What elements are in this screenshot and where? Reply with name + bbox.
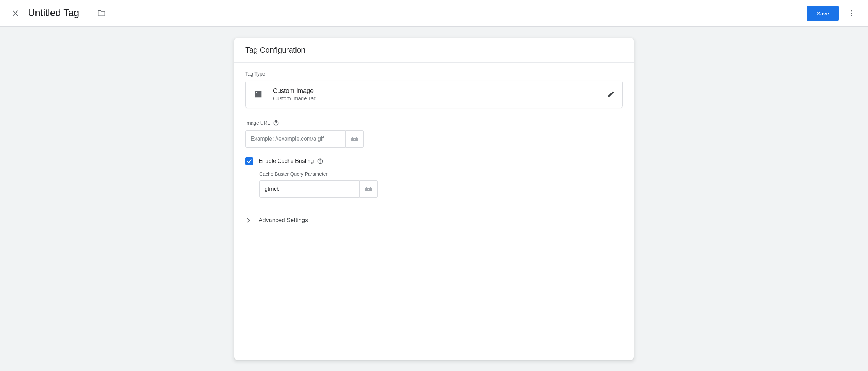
card-title: Tag Configuration bbox=[245, 46, 623, 55]
image-url-label: Image URL bbox=[245, 120, 623, 126]
svg-rect-10 bbox=[368, 189, 369, 190]
variable-brick-icon bbox=[364, 186, 373, 192]
selected-type-subtitle: Custom Image Tag bbox=[273, 95, 317, 101]
advanced-settings-label: Advanced Settings bbox=[259, 217, 308, 224]
pencil-icon bbox=[607, 90, 615, 98]
svg-rect-7 bbox=[354, 139, 355, 140]
chevron-right-icon bbox=[245, 217, 252, 223]
checkmark-icon bbox=[246, 158, 252, 164]
svg-point-4 bbox=[851, 15, 852, 16]
help-icon[interactable] bbox=[317, 158, 323, 164]
save-button[interactable]: Save bbox=[807, 6, 839, 21]
main-content: Tag Configuration Tag Type Custom Image … bbox=[0, 27, 868, 371]
svg-point-2 bbox=[851, 10, 852, 12]
enable-cache-busting-checkbox[interactable] bbox=[245, 157, 253, 165]
more-vert-icon bbox=[847, 9, 855, 17]
variable-brick-icon bbox=[350, 135, 359, 142]
card-header: Tag Configuration bbox=[234, 38, 634, 63]
close-icon bbox=[11, 9, 19, 17]
tag-name-input[interactable] bbox=[28, 7, 90, 20]
insert-variable-button[interactable] bbox=[360, 180, 378, 198]
tag-configuration-card: Tag Configuration Tag Type Custom Image … bbox=[234, 38, 634, 360]
svg-point-3 bbox=[851, 13, 852, 14]
advanced-settings-toggle[interactable]: Advanced Settings bbox=[234, 208, 634, 234]
cache-buster-param-input[interactable] bbox=[259, 180, 360, 198]
tag-type-selector[interactable]: Custom Image Custom Image Tag bbox=[245, 81, 623, 108]
svg-point-9 bbox=[320, 162, 321, 163]
selected-type-title: Custom Image bbox=[273, 87, 317, 95]
insert-variable-button[interactable] bbox=[346, 130, 364, 148]
svg-point-6 bbox=[276, 124, 276, 124]
top-bar: Save bbox=[0, 0, 868, 27]
folder-button[interactable] bbox=[95, 7, 108, 19]
overflow-menu-button[interactable] bbox=[843, 5, 860, 22]
tag-type-label: Tag Type bbox=[245, 71, 623, 77]
image-icon bbox=[253, 89, 263, 99]
close-button[interactable] bbox=[7, 5, 24, 22]
help-icon[interactable] bbox=[273, 120, 279, 126]
folder-icon bbox=[97, 9, 106, 18]
cache-buster-param-label: Cache Buster Query Parameter bbox=[259, 171, 623, 177]
enable-cache-busting-label: Enable Cache Busting bbox=[259, 158, 314, 164]
image-url-input[interactable] bbox=[245, 130, 346, 148]
